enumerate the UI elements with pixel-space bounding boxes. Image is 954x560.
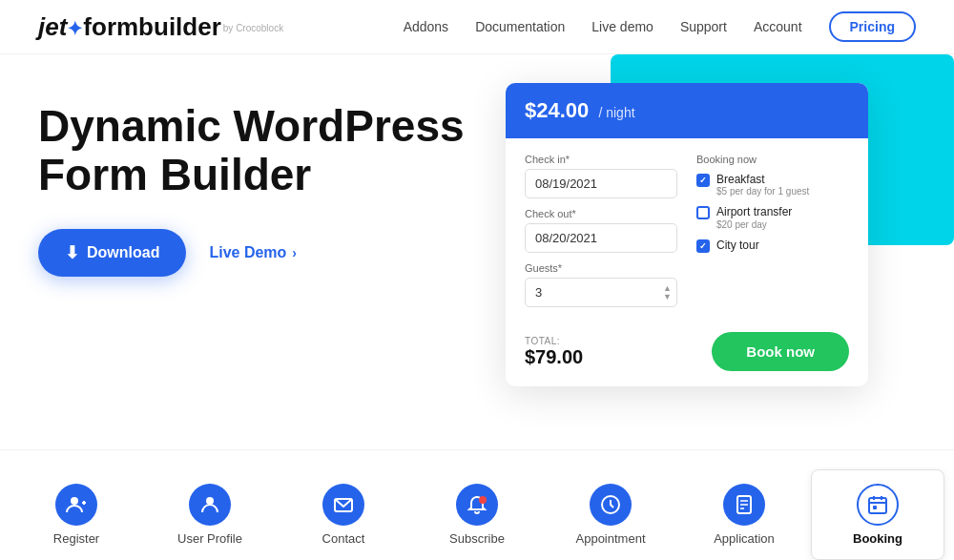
- option-city-tour-name: City tour: [716, 239, 759, 252]
- nav-support[interactable]: Support: [680, 19, 727, 34]
- main-nav: Addons Documentation Live demo Support A…: [404, 11, 916, 42]
- nav-item-user-profile[interactable]: User Profile: [143, 470, 277, 559]
- booking-card: $24.00 / night Check in* Check out* Gues…: [506, 83, 868, 386]
- nav-item-user-profile-label: User Profile: [177, 531, 242, 546]
- bottom-nav: Register User Profile Contact: [0, 449, 954, 560]
- booking-per-night: / night: [598, 105, 634, 120]
- nav-item-booking-label: Booking: [853, 531, 902, 546]
- svg-point-6: [479, 496, 487, 504]
- guests-input-wrap: ▲ ▼: [525, 278, 677, 307]
- guests-arrows: ▲ ▼: [663, 284, 672, 301]
- svg-rect-12: [869, 498, 886, 513]
- checkbox-breakfast[interactable]: ✓: [696, 174, 710, 187]
- checkmark-icon-2: ✓: [699, 241, 707, 251]
- nav-live-demo[interactable]: Live demo: [591, 19, 653, 34]
- nav-item-contact-label: Contact: [322, 531, 365, 546]
- document-icon: [723, 484, 765, 526]
- hero-left: Dynamic WordPress Form Builder ⬇ Downloa…: [38, 83, 467, 277]
- option-airport: Airport transfer $20 per day: [696, 205, 849, 230]
- logo-text-jet: jet✦formbuilder: [38, 12, 221, 42]
- option-breakfast-name: Breakfast: [716, 173, 809, 186]
- cta-buttons: ⬇ Download Live Demo ›: [38, 229, 467, 277]
- arrow-down-icon: ▼: [663, 293, 672, 301]
- nav-addons[interactable]: Addons: [404, 19, 448, 34]
- checkout-input[interactable]: [525, 223, 677, 253]
- guests-label: Guests*: [525, 262, 677, 274]
- checkmark-icon: ✓: [699, 176, 707, 185]
- nav-item-subscribe[interactable]: Subscribe: [410, 470, 544, 559]
- clock-icon: [590, 484, 632, 526]
- hero-title: Dynamic WordPress Form Builder: [38, 102, 467, 198]
- booking-now-label: Booking now: [696, 154, 849, 165]
- total-section: TOTAL: $79.00: [525, 336, 583, 368]
- nav-item-contact[interactable]: Contact: [277, 470, 410, 559]
- option-breakfast-price: $5 per day for 1 guest: [716, 186, 809, 197]
- option-airport-name: Airport transfer: [716, 205, 792, 218]
- checkin-label: Check in*: [525, 154, 677, 165]
- nav-item-register[interactable]: Register: [10, 470, 143, 559]
- option-city-tour: ✓ City tour: [696, 239, 849, 253]
- person-add-icon: [55, 484, 97, 526]
- header: jet✦formbuilder by Crocoblock Addons Doc…: [0, 0, 954, 54]
- total-amount: $79.00: [525, 346, 583, 368]
- nav-documentation[interactable]: Documentation: [475, 19, 565, 34]
- option-airport-price: $20 per day: [716, 219, 792, 231]
- option-breakfast: ✓ Breakfast $5 per day for 1 guest: [696, 173, 849, 197]
- book-now-button[interactable]: Book now: [712, 332, 849, 371]
- mail-icon: [322, 484, 364, 526]
- booking-card-header: $24.00 / night: [506, 83, 868, 138]
- booking-body: Check in* Check out* Guests* ▲ ▼ Booking: [506, 138, 868, 322]
- guests-input[interactable]: [525, 278, 677, 307]
- logo: jet✦formbuilder by Crocoblock: [38, 12, 283, 42]
- checkbox-city-tour[interactable]: ✓: [696, 239, 710, 253]
- arrow-right-icon: ›: [292, 245, 297, 260]
- nav-item-register-label: Register: [53, 531, 99, 546]
- svg-rect-16: [873, 506, 877, 509]
- logo-subtitle: by Crocoblock: [223, 23, 283, 33]
- bell-icon: [456, 484, 498, 526]
- live-demo-link[interactable]: Live Demo ›: [209, 244, 297, 261]
- svg-point-0: [71, 497, 78, 505]
- nav-account[interactable]: Account: [754, 19, 802, 34]
- download-button[interactable]: ⬇ Download: [38, 229, 186, 277]
- hero-right: $24.00 / night Check in* Check out* Gues…: [506, 83, 916, 386]
- main-content: Dynamic WordPress Form Builder ⬇ Downloa…: [0, 54, 954, 386]
- nav-item-subscribe-label: Subscribe: [449, 531, 505, 546]
- booking-right-col: Booking now ✓ Breakfast $5 per day for 1…: [696, 154, 849, 307]
- svg-point-3: [206, 497, 214, 505]
- checkout-label: Check out*: [525, 208, 677, 219]
- download-icon: ⬇: [65, 242, 79, 263]
- nav-item-appointment[interactable]: Appointment: [544, 470, 677, 559]
- total-label: TOTAL:: [525, 336, 583, 346]
- nav-item-application[interactable]: Application: [677, 470, 811, 559]
- person-icon: [189, 484, 231, 526]
- checkbox-airport[interactable]: [696, 206, 710, 219]
- pricing-button[interactable]: Pricing: [829, 11, 916, 42]
- nav-item-application-label: Application: [714, 531, 775, 546]
- calendar-icon: [857, 484, 899, 526]
- booking-left-col: Check in* Check out* Guests* ▲ ▼: [525, 154, 677, 307]
- booking-price: $24.00: [525, 98, 589, 122]
- nav-item-booking[interactable]: Booking: [811, 469, 944, 560]
- nav-item-appointment-label: Appointment: [576, 531, 646, 546]
- booking-footer: TOTAL: $79.00 Book now: [506, 322, 868, 386]
- checkin-input[interactable]: [525, 169, 677, 198]
